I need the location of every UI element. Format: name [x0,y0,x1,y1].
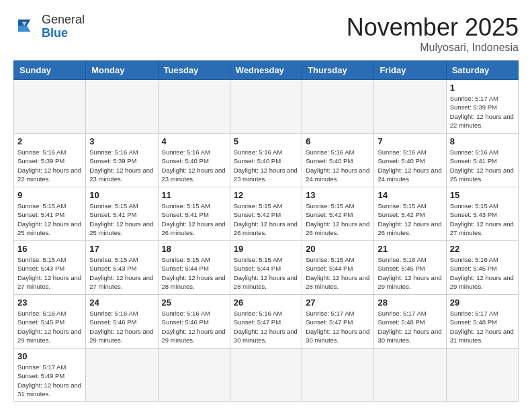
calendar-cell: 23Sunrise: 5:16 AM Sunset: 5:45 PM Dayli… [14,295,86,349]
calendar-week-row: 30Sunrise: 5:17 AM Sunset: 5:49 PM Dayli… [14,349,519,402]
calendar-cell: 17Sunrise: 5:15 AM Sunset: 5:43 PM Dayli… [86,241,158,295]
day-info: Sunrise: 5:15 AM Sunset: 5:41 PM Dayligh… [89,201,154,237]
day-info: Sunrise: 5:15 AM Sunset: 5:42 PM Dayligh… [378,201,442,237]
day-info: Sunrise: 5:16 AM Sunset: 5:45 PM Dayligh… [378,255,442,291]
calendar-cell: 21Sunrise: 5:16 AM Sunset: 5:45 PM Dayli… [374,241,446,295]
day-info: Sunrise: 5:15 AM Sunset: 5:44 PM Dayligh… [306,255,370,291]
calendar-cell: 7Sunrise: 5:16 AM Sunset: 5:40 PM Daylig… [374,134,446,187]
day-info: Sunrise: 5:17 AM Sunset: 5:47 PM Dayligh… [306,309,370,345]
day-info: Sunrise: 5:15 AM Sunset: 5:43 PM Dayligh… [17,255,82,291]
calendar-cell: 27Sunrise: 5:17 AM Sunset: 5:47 PM Dayli… [302,295,374,349]
day-of-week-wednesday: Wednesday [230,61,302,80]
calendar-cell: 10Sunrise: 5:15 AM Sunset: 5:41 PM Dayli… [86,187,158,241]
calendar-table: SundayMondayTuesdayWednesdayThursdayFrid… [13,60,519,402]
day-number: 29 [450,298,515,308]
day-number: 21 [378,244,442,254]
day-of-week-tuesday: Tuesday [158,61,230,80]
day-info: Sunrise: 5:15 AM Sunset: 5:41 PM Dayligh… [17,201,82,237]
day-number: 28 [378,298,442,308]
day-info: Sunrise: 5:16 AM Sunset: 5:41 PM Dayligh… [450,148,515,183]
calendar-cell [86,80,158,134]
calendar-cell: 22Sunrise: 5:16 AM Sunset: 5:45 PM Dayli… [446,241,518,295]
calendar-cell: 18Sunrise: 5:15 AM Sunset: 5:44 PM Dayli… [158,241,230,295]
day-header-row: SundayMondayTuesdayWednesdayThursdayFrid… [14,61,519,80]
calendar-cell [374,349,446,402]
day-number: 11 [162,190,226,200]
calendar-cell: 2Sunrise: 5:16 AM Sunset: 5:39 PM Daylig… [14,134,86,187]
page-header: General Blue November 2025 Mulyosari, In… [13,13,519,54]
calendar-cell: 25Sunrise: 5:16 AM Sunset: 5:46 PM Dayli… [158,295,230,349]
day-info: Sunrise: 5:16 AM Sunset: 5:46 PM Dayligh… [162,309,226,345]
day-info: Sunrise: 5:15 AM Sunset: 5:43 PM Dayligh… [89,255,154,291]
calendar-cell: 13Sunrise: 5:15 AM Sunset: 5:42 PM Dayli… [302,187,374,241]
calendar-cell: 15Sunrise: 5:15 AM Sunset: 5:43 PM Dayli… [446,187,518,241]
day-number: 23 [17,298,82,308]
calendar-cell: 29Sunrise: 5:17 AM Sunset: 5:48 PM Dayli… [446,295,518,349]
day-number: 1 [450,83,515,93]
calendar-cell [230,349,302,402]
calendar-cell: 11Sunrise: 5:15 AM Sunset: 5:41 PM Dayli… [158,187,230,241]
calendar-cell [86,349,158,402]
day-number: 26 [234,298,298,308]
calendar-cell: 20Sunrise: 5:15 AM Sunset: 5:44 PM Dayli… [302,241,374,295]
day-number: 19 [234,244,298,254]
day-number: 17 [89,244,154,254]
day-info: Sunrise: 5:16 AM Sunset: 5:47 PM Dayligh… [234,309,298,345]
day-number: 4 [162,136,226,146]
day-info: Sunrise: 5:16 AM Sunset: 5:40 PM Dayligh… [234,148,298,183]
day-of-week-monday: Monday [86,61,158,80]
calendar-cell [302,80,374,134]
day-info: Sunrise: 5:17 AM Sunset: 5:49 PM Dayligh… [17,363,82,398]
day-info: Sunrise: 5:15 AM Sunset: 5:44 PM Dayligh… [234,255,298,291]
day-info: Sunrise: 5:16 AM Sunset: 5:46 PM Dayligh… [89,309,154,345]
calendar-cell: 14Sunrise: 5:15 AM Sunset: 5:42 PM Dayli… [374,187,446,241]
calendar-cell: 19Sunrise: 5:15 AM Sunset: 5:44 PM Dayli… [230,241,302,295]
day-of-week-saturday: Saturday [446,61,518,80]
logo: General Blue [13,13,85,40]
calendar-cell: 26Sunrise: 5:16 AM Sunset: 5:47 PM Dayli… [230,295,302,349]
calendar-cell: 30Sunrise: 5:17 AM Sunset: 5:49 PM Dayli… [14,349,86,402]
day-number: 25 [162,298,226,308]
day-of-week-friday: Friday [374,61,446,80]
day-number: 5 [234,136,298,146]
day-number: 20 [306,244,370,254]
calendar-cell: 16Sunrise: 5:15 AM Sunset: 5:43 PM Dayli… [14,241,86,295]
day-number: 7 [378,136,442,146]
day-info: Sunrise: 5:17 AM Sunset: 5:48 PM Dayligh… [378,309,442,345]
day-info: Sunrise: 5:16 AM Sunset: 5:39 PM Dayligh… [17,148,82,183]
day-number: 13 [306,190,370,200]
day-info: Sunrise: 5:15 AM Sunset: 5:44 PM Dayligh… [162,255,226,291]
calendar-cell [158,349,230,402]
day-info: Sunrise: 5:16 AM Sunset: 5:45 PM Dayligh… [450,255,515,291]
calendar-week-row: 1Sunrise: 5:17 AM Sunset: 5:39 PM Daylig… [14,80,519,134]
calendar-cell [158,80,230,134]
location: Mulyosari, Indonesia [347,42,519,54]
day-number: 18 [162,244,226,254]
day-info: Sunrise: 5:16 AM Sunset: 5:40 PM Dayligh… [378,148,442,183]
generalblue-logo-icon [13,15,38,39]
day-info: Sunrise: 5:16 AM Sunset: 5:39 PM Dayligh… [89,148,154,183]
day-info: Sunrise: 5:15 AM Sunset: 5:42 PM Dayligh… [234,201,298,237]
day-info: Sunrise: 5:15 AM Sunset: 5:41 PM Dayligh… [162,201,226,237]
day-number: 10 [89,190,154,200]
day-info: Sunrise: 5:16 AM Sunset: 5:40 PM Dayligh… [162,148,226,183]
calendar-week-row: 16Sunrise: 5:15 AM Sunset: 5:43 PM Dayli… [14,241,519,295]
day-number: 6 [306,136,370,146]
day-number: 22 [450,244,515,254]
calendar-week-row: 2Sunrise: 5:16 AM Sunset: 5:39 PM Daylig… [14,134,519,187]
day-number: 15 [450,190,515,200]
month-title: November 2025 [347,13,519,42]
day-info: Sunrise: 5:17 AM Sunset: 5:48 PM Dayligh… [450,309,515,345]
day-of-week-sunday: Sunday [14,61,86,80]
day-number: 2 [17,136,82,146]
logo-text: General Blue [42,13,85,40]
day-info: Sunrise: 5:16 AM Sunset: 5:45 PM Dayligh… [17,309,82,345]
calendar-cell: 8Sunrise: 5:16 AM Sunset: 5:41 PM Daylig… [446,134,518,187]
calendar-cell [230,80,302,134]
calendar-cell: 4Sunrise: 5:16 AM Sunset: 5:40 PM Daylig… [158,134,230,187]
day-info: Sunrise: 5:15 AM Sunset: 5:43 PM Dayligh… [450,201,515,237]
day-number: 30 [17,351,82,361]
calendar-cell: 6Sunrise: 5:16 AM Sunset: 5:40 PM Daylig… [302,134,374,187]
day-info: Sunrise: 5:16 AM Sunset: 5:40 PM Dayligh… [306,148,370,183]
calendar-cell: 24Sunrise: 5:16 AM Sunset: 5:46 PM Dayli… [86,295,158,349]
